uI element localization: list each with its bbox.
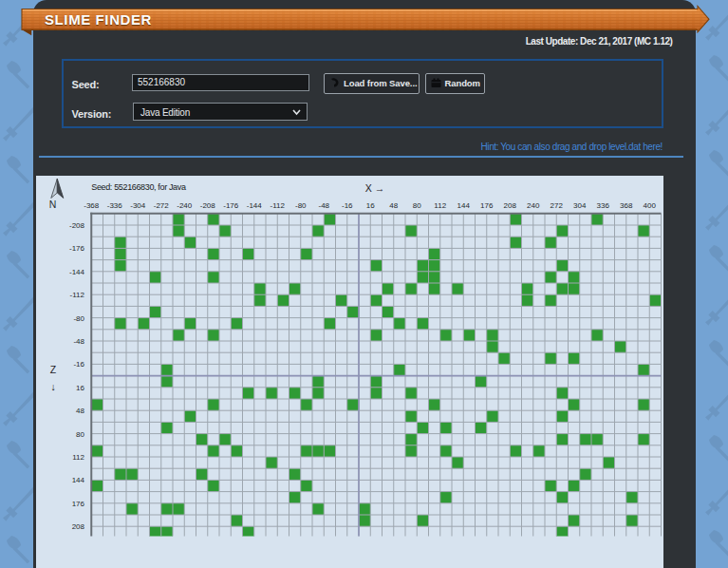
slime-chunk-cell bbox=[370, 294, 382, 306]
seed-form: Seed: Load from Save... Random Version: … bbox=[62, 59, 663, 128]
z-tick-label: -176 bbox=[69, 244, 85, 253]
x-tick-label: -208 bbox=[200, 201, 216, 210]
load-icon bbox=[329, 78, 340, 88]
x-tick-label: 176 bbox=[480, 201, 494, 210]
slime-map[interactable]: -368-336-304-272-240-208-176-144-112-80-… bbox=[36, 176, 663, 568]
slime-chunk-cell bbox=[440, 491, 452, 502]
x-tick-label: 368 bbox=[620, 201, 633, 210]
slime-chunk-cell bbox=[556, 259, 568, 271]
z-tick-label: -80 bbox=[73, 313, 84, 322]
z-axis-title: Z bbox=[50, 363, 57, 374]
slime-chunk-cell bbox=[289, 491, 301, 502]
slime-chunk-cell bbox=[324, 213, 335, 224]
slime-chunk-cell bbox=[591, 213, 603, 224]
x-tick-label: -80 bbox=[295, 201, 307, 210]
slime-chunk-cell bbox=[569, 271, 580, 282]
slime-chunk-cell bbox=[638, 225, 649, 237]
slime-chunk-cell bbox=[545, 271, 556, 282]
x-tick-label: 48 bbox=[389, 201, 398, 210]
random-button[interactable]: Random bbox=[425, 73, 486, 94]
slime-chunk-cell bbox=[569, 480, 580, 491]
x-tick-label: 272 bbox=[551, 201, 564, 210]
x-tick-label: -144 bbox=[247, 201, 263, 210]
slime-chunk-cell bbox=[510, 445, 521, 456]
slime-chunk-cell bbox=[394, 364, 405, 375]
x-tick-label: 400 bbox=[644, 201, 657, 210]
slime-chunk-cell bbox=[196, 433, 208, 445]
slime-chunk-cell bbox=[219, 225, 231, 237]
slime-chunk-cell bbox=[150, 526, 161, 538]
slime-chunk-cell bbox=[289, 283, 301, 294]
z-tick-label: -208 bbox=[69, 220, 85, 229]
x-tick-label: 208 bbox=[504, 201, 517, 210]
slime-chunk-cell bbox=[91, 399, 103, 410]
slime-chunk-cell bbox=[394, 317, 405, 329]
slime-chunk-cell bbox=[289, 387, 301, 398]
slime-chunk-cell bbox=[231, 317, 242, 329]
slime-chunk-cell bbox=[383, 306, 394, 317]
slime-chunk-cell bbox=[405, 283, 417, 294]
slime-chunk-cell bbox=[115, 248, 126, 259]
x-tick-label: 16 bbox=[366, 201, 375, 210]
slime-chunk-cell bbox=[370, 387, 382, 398]
slime-chunk-cell bbox=[301, 248, 312, 259]
seed-label: Seed: bbox=[72, 79, 100, 90]
slime-chunk-cell bbox=[405, 445, 417, 456]
slime-chunk-cell bbox=[440, 445, 452, 456]
slime-chunk-cell bbox=[405, 410, 417, 422]
x-tick-label: 144 bbox=[457, 201, 471, 210]
slime-chunk-cell bbox=[208, 213, 219, 224]
version-select[interactable]: Java Edition bbox=[133, 103, 308, 121]
slime-chunk-cell bbox=[301, 445, 312, 456]
slime-chunk-cell bbox=[173, 502, 184, 514]
slime-chunk-cell bbox=[440, 329, 452, 340]
slime-chunk-cell bbox=[417, 422, 428, 433]
x-tick-label: -304 bbox=[130, 201, 146, 210]
divider-line bbox=[39, 156, 684, 158]
z-tick-label: 208 bbox=[72, 522, 85, 531]
slime-chunk-cell bbox=[429, 259, 440, 271]
slime-chunk-cell bbox=[208, 399, 219, 410]
load-from-save-button[interactable]: Load from Save... bbox=[324, 73, 420, 94]
slime-chunk-cell bbox=[510, 237, 521, 248]
z-tick-label: -48 bbox=[73, 336, 84, 345]
map-caption: Seed: 552166830, for Java bbox=[91, 181, 186, 191]
z-tick-label: 80 bbox=[76, 429, 84, 438]
slime-chunk-cell bbox=[638, 364, 649, 375]
slime-chunk-cell bbox=[277, 294, 289, 306]
slime-chunk-cell bbox=[429, 399, 440, 410]
slime-chunk-cell bbox=[545, 352, 556, 364]
slime-chunk-cell bbox=[208, 329, 219, 340]
slime-chunk-cell bbox=[522, 294, 533, 306]
slime-chunk-cell bbox=[440, 422, 452, 433]
slime-chunk-cell bbox=[545, 294, 556, 306]
z-tick-label: -144 bbox=[69, 267, 85, 275]
slime-chunk-cell bbox=[115, 259, 126, 271]
slime-chunk-cell bbox=[359, 502, 370, 514]
slime-chunk-cell bbox=[312, 445, 324, 456]
z-tick-label: 176 bbox=[72, 499, 85, 507]
slime-chunk-cell bbox=[370, 259, 382, 271]
slime-chunk-cell bbox=[580, 468, 591, 480]
x-tick-label: -16 bbox=[342, 201, 353, 210]
z-axis-arrow: ↓ bbox=[50, 380, 55, 391]
slime-chunk-cell bbox=[405, 433, 417, 445]
slime-chunk-cell bbox=[324, 317, 335, 329]
slime-chunk-cell bbox=[510, 213, 521, 224]
slime-chunk-cell bbox=[626, 491, 638, 502]
slime-chunk-cell bbox=[243, 387, 254, 398]
slime-chunk-cell bbox=[580, 433, 591, 445]
slime-chunk-cell bbox=[312, 502, 324, 514]
slime-chunk-cell bbox=[359, 515, 370, 526]
slime-chunk-cell bbox=[161, 375, 173, 387]
slime-chunk-cell bbox=[417, 259, 428, 271]
slime-chunk-cell bbox=[173, 329, 184, 340]
slime-chunk-cell bbox=[383, 283, 394, 294]
slime-chunk-cell bbox=[487, 329, 498, 340]
z-tick-label: 16 bbox=[76, 383, 84, 391]
x-tick-label: 80 bbox=[413, 201, 421, 210]
slime-chunk-cell bbox=[638, 399, 649, 410]
slime-chunk-cell bbox=[569, 399, 580, 410]
seed-input[interactable] bbox=[132, 74, 309, 91]
x-tick-label: -336 bbox=[107, 201, 123, 210]
